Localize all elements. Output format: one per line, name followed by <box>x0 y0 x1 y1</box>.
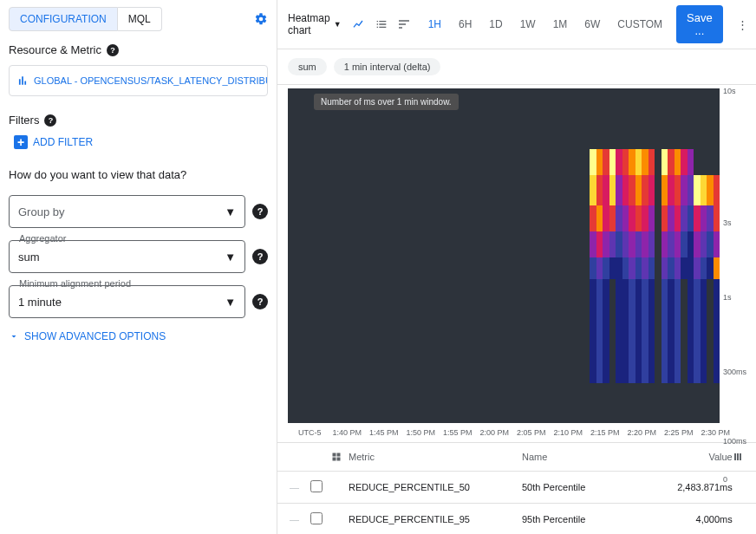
row-checkbox[interactable] <box>310 480 323 492</box>
bar-chart-icon <box>16 75 29 87</box>
x-axis-label: 1:55 PM <box>443 428 472 437</box>
row-checkbox[interactable] <box>310 512 323 524</box>
y-axis-label: 100ms <box>723 437 746 446</box>
filters-label: Filters ? <box>9 114 268 127</box>
chevron-down-icon: ▼ <box>334 20 342 29</box>
chart-toolbar: Heatmap chart ▼ 1H6H1D1W1M6WCUSTOM Save … <box>277 0 756 49</box>
groupby-select[interactable]: Group by ▼ <box>9 195 245 228</box>
header-value[interactable]: Value <box>661 452 733 462</box>
x-axis-label: 2:00 PM <box>479 428 509 437</box>
chips-row: sum1 min interval (delta) <box>277 49 756 85</box>
resource-metric-label: Resource & Metric ? <box>9 43 268 56</box>
save-button[interactable]: Save ... <box>676 5 723 43</box>
list-icon[interactable] <box>375 17 388 31</box>
svg-rect-3 <box>337 458 341 461</box>
table-row[interactable]: — REDUCE_PERCENTILE_95 95th Percentile 4… <box>277 504 756 534</box>
x-axis-label: 2:05 PM <box>517 428 546 437</box>
cell-value: 2,483.871ms <box>661 482 733 492</box>
cell-value: 4,000ms <box>661 514 733 524</box>
line-chart-icon[interactable] <box>352 17 366 31</box>
header-metric[interactable]: Metric <box>349 452 522 462</box>
tab-configuration[interactable]: CONFIGURATION <box>9 7 118 31</box>
x-axis-label: 1:45 PM <box>369 428 399 437</box>
x-axis-label: 2:10 PM <box>553 428 583 437</box>
cell-name: 95th Percentile <box>522 514 661 524</box>
cell-name: 50th Percentile <box>522 482 661 492</box>
help-icon[interactable]: ? <box>44 114 56 127</box>
chip[interactable]: 1 min interval (delta) <box>334 58 441 75</box>
svg-rect-5 <box>737 453 739 460</box>
chart-type-select[interactable]: Heatmap chart ▼ <box>288 12 342 36</box>
chevron-down-icon: ▼ <box>225 296 236 309</box>
x-axis-label: 2:15 PM <box>590 428 620 437</box>
plus-icon: + <box>14 135 28 149</box>
chart-tooltip: Number of ms over 1 min window. <box>314 94 459 110</box>
help-icon[interactable]: ? <box>252 294 268 309</box>
help-icon[interactable]: ? <box>252 204 268 219</box>
aggregator-value: sum <box>18 251 40 264</box>
groupby-placeholder: Group by <box>18 205 64 218</box>
help-icon[interactable]: ? <box>252 249 268 264</box>
legend-table: Metric Name Value — REDUCE_PERCENTILE_50… <box>277 442 756 534</box>
svg-rect-2 <box>333 458 336 461</box>
view-question: How do you want to view that data? <box>9 168 268 181</box>
drag-handle-icon[interactable]: — <box>290 514 310 524</box>
alignment-select[interactable]: 1 minute ▼ <box>9 285 245 318</box>
chart-area: Number of ms over 1 min window. 10s3s1s3… <box>277 85 756 442</box>
metric-value: GLOBAL - OPENCENSUS/TASK_LATENCY_DISTRIB… <box>34 75 268 86</box>
cell-metric: REDUCE_PERCENTILE_50 <box>349 482 522 492</box>
time-range-1m[interactable]: 1M <box>546 15 575 34</box>
svg-rect-1 <box>337 453 341 457</box>
metric-selector[interactable]: GLOBAL - OPENCENSUS/TASK_LATENCY_DISTRIB… <box>9 65 268 96</box>
settings-icon[interactable] <box>397 17 411 31</box>
gear-icon[interactable] <box>254 12 268 26</box>
svg-rect-6 <box>740 453 741 460</box>
tab-mql[interactable]: MQL <box>118 7 162 31</box>
x-axis-label: 1:40 PM <box>332 428 362 437</box>
time-range-1d[interactable]: 1D <box>482 15 509 34</box>
svg-rect-4 <box>734 453 736 460</box>
table-header: Metric Name Value <box>277 443 756 472</box>
show-advanced-button[interactable]: SHOW ADVANCED OPTIONS <box>9 330 268 342</box>
time-range-6h[interactable]: 6H <box>452 15 479 34</box>
x-axis-label: 2:30 PM <box>701 428 730 437</box>
drag-handle-icon[interactable]: — <box>290 482 310 492</box>
time-range-1h[interactable]: 1H <box>421 15 448 34</box>
heatmap-chart[interactable]: Number of ms over 1 min window. <box>288 88 720 423</box>
y-axis-label: 1s <box>723 293 732 302</box>
time-range-6w[interactable]: 6W <box>577 15 607 34</box>
metric-icon <box>331 452 345 462</box>
column-settings-icon[interactable] <box>733 452 750 462</box>
chevron-down-icon <box>9 331 19 342</box>
time-range-1w[interactable]: 1W <box>513 15 543 34</box>
x-axis-label: 2:25 PM <box>664 428 694 437</box>
x-axis-label: UTC-5 <box>298 428 322 437</box>
y-axis-label: 3s <box>723 218 732 227</box>
y-axis-label: 0 <box>723 475 727 484</box>
content-area: Heatmap chart ▼ 1H6H1D1W1M6WCUSTOM Save … <box>277 0 756 534</box>
chevron-down-icon: ▼ <box>225 205 236 218</box>
x-axis-label: 1:50 PM <box>406 428 435 437</box>
y-axis-label: 10s <box>723 87 736 95</box>
x-axis-label: 2:20 PM <box>627 428 656 437</box>
y-axis-label: 300ms <box>723 368 746 376</box>
alignment-value: 1 minute <box>18 296 62 309</box>
help-icon[interactable]: ? <box>107 44 119 56</box>
config-sidebar: CONFIGURATION MQL Resource & Metric ? GL… <box>0 0 277 534</box>
x-axis: UTC-51:40 PM1:45 PM1:50 PM1:55 PM2:00 PM… <box>288 423 730 437</box>
svg-rect-0 <box>333 453 336 457</box>
time-range-custom[interactable]: CUSTOM <box>610 15 669 34</box>
chip[interactable]: sum <box>288 58 327 75</box>
more-icon[interactable]: ⋮ <box>730 18 755 31</box>
table-row[interactable]: — REDUCE_PERCENTILE_50 50th Percentile 2… <box>277 472 756 504</box>
aggregator-select[interactable]: sum ▼ <box>9 240 245 273</box>
chevron-down-icon: ▼ <box>225 251 236 264</box>
add-filter-button[interactable]: + ADD FILTER <box>14 135 268 149</box>
time-range-group: 1H6H1D1W1M6WCUSTOM <box>421 15 669 34</box>
cell-metric: REDUCE_PERCENTILE_95 <box>349 514 522 524</box>
header-name[interactable]: Name <box>522 452 661 462</box>
